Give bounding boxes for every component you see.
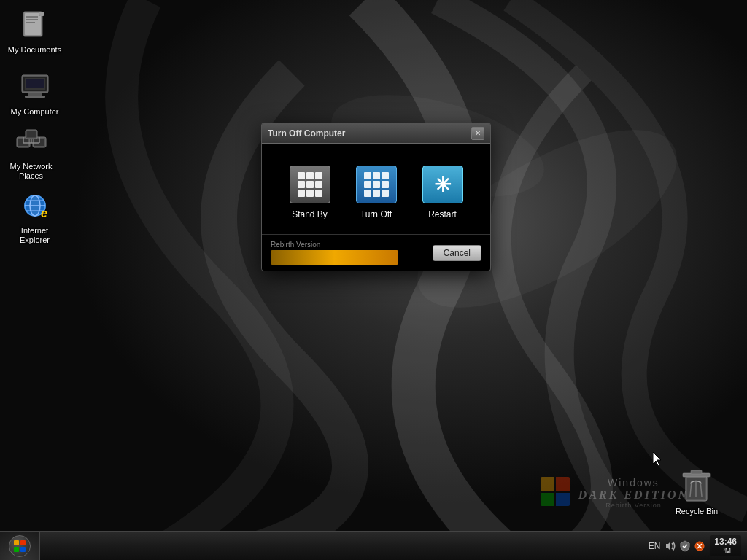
clock-time: 13:46 <box>714 537 737 547</box>
svg-rect-5 <box>26 16 38 18</box>
turn-off-icon <box>356 166 397 203</box>
recycle-bin-label: Recycle Bin <box>676 507 718 516</box>
alert-icon[interactable] <box>694 540 705 552</box>
stand-by-icon <box>290 166 330 203</box>
desktop-icon-my-computer[interactable]: My Computer <box>7 69 62 117</box>
my-computer-icon <box>18 69 53 104</box>
svg-rect-34 <box>691 470 702 474</box>
turnoff-dialog: Turn Off Computer ✕ Stand By <box>261 122 491 271</box>
mouse-cursor <box>653 452 662 467</box>
svg-rect-0 <box>0 0 747 560</box>
my-documents-label: My Documents <box>8 45 61 55</box>
start-button[interactable] <box>0 532 40 561</box>
svg-rect-6 <box>26 19 38 20</box>
dialog-close-button[interactable]: ✕ <box>471 127 484 140</box>
system-clock[interactable]: 13:46 PM <box>710 535 741 556</box>
volume-icon[interactable] <box>665 540 676 552</box>
svg-rect-11 <box>28 93 42 96</box>
dialog-body: Stand By Turn Off ✳ Restart <box>262 144 490 234</box>
rebirth-text: Rebirth Version <box>578 502 689 509</box>
svg-text:e: e <box>41 207 47 219</box>
windows-brand: Windows DARK EDITION Rebirth Version <box>541 477 689 509</box>
desktop-icon-my-documents[interactable]: My Documents <box>7 7 62 55</box>
dark-edition-text: DARK EDITION <box>578 489 689 502</box>
security-icon[interactable] <box>679 540 691 552</box>
turn-off-label: Turn Off <box>360 209 392 219</box>
stand-by-label: Stand By <box>292 209 328 219</box>
turn-off-button[interactable]: Turn Off <box>351 166 402 219</box>
dialog-titlebar: Turn Off Computer ✕ <box>262 123 490 144</box>
internet-explorer-label: Internet Explorer <box>7 226 62 245</box>
system-tray: EN <box>649 535 747 556</box>
desktop: My Documents My Computer <box>0 0 747 560</box>
tray-icons <box>665 540 705 552</box>
start-orb-icon <box>9 535 31 557</box>
svg-rect-12 <box>25 96 45 98</box>
svg-rect-8 <box>39 12 44 16</box>
svg-rect-14 <box>26 79 44 88</box>
taskbar: EN <box>0 531 747 560</box>
language-indicator[interactable]: EN <box>649 541 661 551</box>
stand-by-button[interactable]: Stand By <box>285 166 336 219</box>
my-computer-label: My Computer <box>10 107 58 117</box>
dialog-footer: Rebirth Version Cancel <box>262 234 490 271</box>
footer-decorative-bar <box>271 250 398 265</box>
rebirth-version-text: Rebirth Version <box>271 241 398 249</box>
restart-button[interactable]: ✳ Restart <box>417 166 468 219</box>
svg-rect-20 <box>27 131 36 137</box>
cancel-button[interactable]: Cancel <box>433 245 481 261</box>
my-network-places-icon <box>14 124 49 159</box>
svg-rect-7 <box>26 22 35 23</box>
my-network-places-label: My Network Places <box>4 162 58 181</box>
windows-flag-icon <box>541 477 570 506</box>
dialog-title: Turn Off Computer <box>268 128 345 139</box>
desktop-icon-my-network-places[interactable]: My Network Places <box>4 124 58 181</box>
windows-text: Windows <box>578 477 689 489</box>
internet-explorer-icon: e <box>18 188 53 223</box>
my-documents-icon <box>18 7 53 42</box>
clock-ampm: PM <box>714 547 737 555</box>
restart-icon: ✳ <box>422 166 463 203</box>
recycle-bin-icon[interactable]: Recycle Bin <box>676 467 718 516</box>
desktop-icon-internet-explorer[interactable]: e Internet Explorer <box>7 188 62 245</box>
restart-asterisk: ✳ <box>434 173 451 197</box>
restart-label: Restart <box>428 209 457 219</box>
